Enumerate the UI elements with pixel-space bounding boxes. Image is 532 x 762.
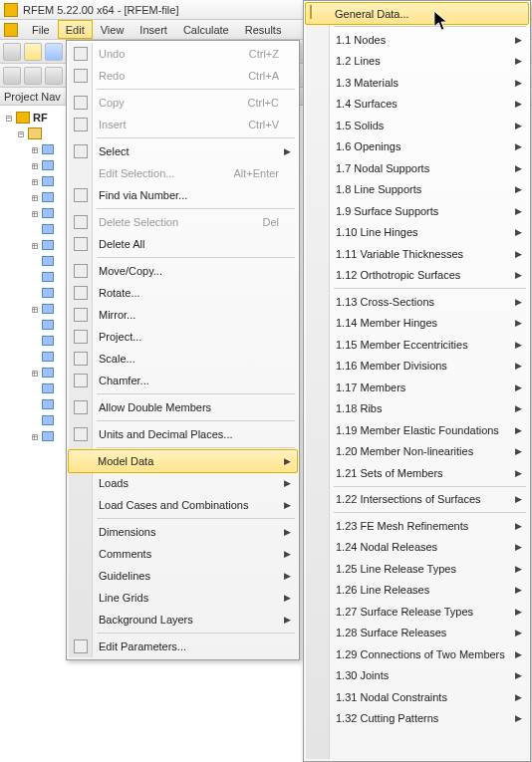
submenu-item-1-22-intersections-of-surfaces[interactable]: 1.22 Intersections of Surfaces▶ bbox=[306, 489, 528, 511]
new-button[interactable] bbox=[3, 43, 21, 61]
node-icon bbox=[42, 304, 54, 314]
submenu-arrow-icon: ▶ bbox=[515, 403, 522, 413]
submenu-item-1-5-solids[interactable]: 1.5 Solids▶ bbox=[306, 115, 528, 136]
menu-item-dimensions[interactable]: Dimensions▶ bbox=[69, 521, 297, 543]
undo-icon bbox=[73, 46, 89, 62]
menu-item-select[interactable]: Select▶ bbox=[69, 140, 297, 162]
menu-item-label: Select bbox=[99, 145, 130, 157]
rotate-icon bbox=[73, 285, 89, 301]
submenu-item-1-21-sets-of-members[interactable]: 1.21 Sets of Members▶ bbox=[306, 462, 528, 484]
submenu-item-1-13-cross-sections[interactable]: 1.13 Cross-Sections▶ bbox=[306, 291, 528, 313]
submenu-item-1-16-member-divisions[interactable]: 1.16 Member Divisions▶ bbox=[306, 356, 528, 378]
menu-item-load-cases-and-combinations[interactable]: Load Cases and Combinations▶ bbox=[69, 494, 297, 516]
menu-item-chamfer[interactable]: Chamfer... bbox=[69, 370, 297, 391]
submenu-item-1-8-line-supports[interactable]: 1.8 Line Supports▶ bbox=[306, 179, 528, 201]
menu-item-label: Find via Number... bbox=[99, 189, 187, 201]
menu-results[interactable]: Results bbox=[237, 20, 290, 39]
project-icon bbox=[73, 329, 89, 345]
submenu-item-1-20-member-non-linearities[interactable]: 1.20 Member Non-linearities▶ bbox=[306, 441, 528, 463]
menu-item-rotate[interactable]: Rotate... bbox=[69, 282, 297, 304]
menu-separator bbox=[334, 288, 526, 289]
menu-calculate[interactable]: Calculate bbox=[175, 20, 237, 39]
submenu-item-1-1-nodes[interactable]: 1.1 Nodes▶ bbox=[306, 29, 528, 51]
menu-item-edit-parameters[interactable]: Edit Parameters... bbox=[69, 635, 297, 657]
menu-separator bbox=[334, 486, 526, 487]
project-navigator-label: Project Nav bbox=[4, 91, 61, 103]
submenu-item-1-11-variable-thicknesses[interactable]: 1.11 Variable Thicknesses▶ bbox=[306, 243, 528, 265]
submenu-item-1-29-connections-of-two-members[interactable]: 1.29 Connections of Two Members▶ bbox=[306, 643, 528, 665]
submenu-item-1-3-materials[interactable]: 1.3 Materials▶ bbox=[306, 72, 528, 94]
submenu-item-1-26-line-releases[interactable]: 1.26 Line Releases▶ bbox=[306, 580, 528, 602]
tb-btn-b[interactable] bbox=[24, 67, 42, 85]
submenu-arrow-icon: ▶ bbox=[284, 571, 291, 581]
menu-separator bbox=[97, 137, 295, 138]
save-button[interactable] bbox=[45, 43, 63, 61]
menu-item-loads[interactable]: Loads▶ bbox=[69, 472, 297, 494]
menu-item-label: Allow Double Members bbox=[99, 401, 211, 413]
submenu-item-1-28-surface-releases[interactable]: 1.28 Surface Releases▶ bbox=[306, 623, 528, 644]
menu-insert[interactable]: Insert bbox=[132, 20, 175, 39]
menu-item-edit-selection: Edit Selection...Alt+Enter bbox=[69, 162, 297, 184]
node-icon bbox=[42, 431, 54, 441]
open-button[interactable] bbox=[24, 43, 42, 61]
submenu-arrow-icon: ▶ bbox=[515, 382, 522, 392]
menu-item-label: Chamfer... bbox=[99, 375, 149, 386]
tb-btn-c[interactable] bbox=[45, 67, 63, 85]
submenu-item-general-data[interactable]: General Data... bbox=[305, 2, 529, 25]
node-icon bbox=[42, 240, 54, 250]
menu-item-line-grids[interactable]: Line Grids▶ bbox=[69, 587, 297, 609]
submenu-arrow-icon: ▶ bbox=[515, 227, 522, 237]
submenu-arrow-icon: ▶ bbox=[515, 163, 522, 173]
menu-item-background-layers[interactable]: Background Layers▶ bbox=[69, 609, 297, 631]
submenu-item-1-18-ribs[interactable]: 1.18 Ribs▶ bbox=[306, 398, 528, 420]
menu-item-label: Dimensions bbox=[99, 526, 155, 538]
submenu-item-1-32-cutting-patterns[interactable]: 1.32 Cutting Patterns▶ bbox=[306, 708, 528, 730]
menu-item-undo: UndoCtrl+Z bbox=[69, 43, 297, 65]
submenu-item-1-31-nodal-constraints[interactable]: 1.31 Nodal Constraints▶ bbox=[306, 686, 528, 708]
menu-view[interactable]: View bbox=[93, 20, 133, 39]
menu-item-delete-all[interactable]: Delete All bbox=[69, 233, 297, 255]
menu-file[interactable]: File bbox=[24, 20, 58, 39]
node-icon bbox=[42, 160, 54, 170]
submenu-item-1-17-members[interactable]: 1.17 Members▶ bbox=[306, 377, 528, 398]
submenu-item-1-10-line-hinges[interactable]: 1.10 Line Hinges▶ bbox=[306, 222, 528, 244]
menu-item-label: Load Cases and Combinations bbox=[99, 499, 248, 511]
submenu-item-1-24-nodal-releases[interactable]: 1.24 Nodal Releases▶ bbox=[306, 537, 528, 559]
menu-item-guidelines[interactable]: Guidelines▶ bbox=[69, 565, 297, 587]
menu-item-scale[interactable]: Scale... bbox=[69, 348, 297, 370]
node-icon bbox=[42, 336, 54, 346]
submenu-item-1-19-member-elastic-foundations[interactable]: 1.19 Member Elastic Foundations▶ bbox=[306, 419, 528, 441]
submenu-item-1-27-surface-release-types[interactable]: 1.27 Surface Release Types▶ bbox=[306, 601, 528, 623]
submenu-item-label: 1.14 Member Hinges bbox=[336, 317, 437, 329]
menu-separator bbox=[97, 393, 295, 394]
submenu-item-label: 1.26 Line Releases bbox=[336, 584, 429, 596]
submenu-item-1-14-member-hinges[interactable]: 1.14 Member Hinges▶ bbox=[306, 313, 528, 335]
submenu-item-1-25-line-release-types[interactable]: 1.25 Line Release Types▶ bbox=[306, 558, 528, 580]
menu-item-project[interactable]: Project... bbox=[69, 326, 297, 348]
menu-item-units-and-decimal-places[interactable]: Units and Decimal Places... bbox=[69, 423, 297, 445]
app-menu-icon[interactable] bbox=[4, 23, 18, 37]
submenu-item-1-6-openings[interactable]: 1.6 Openings▶ bbox=[306, 136, 528, 158]
menu-item-label: Scale... bbox=[99, 353, 135, 365]
paste-icon bbox=[73, 117, 89, 132]
submenu-arrow-icon: ▶ bbox=[515, 607, 522, 617]
menu-item-comments[interactable]: Comments▶ bbox=[69, 543, 297, 565]
submenu-arrow-icon: ▶ bbox=[515, 318, 522, 328]
menu-item-find-via-number[interactable]: Find via Number... bbox=[69, 184, 297, 206]
menu-item-allow-double-members[interactable]: Allow Double Members bbox=[69, 396, 297, 418]
submenu-item-1-9-surface-supports[interactable]: 1.9 Surface Supports▶ bbox=[306, 200, 528, 222]
submenu-item-1-23-fe-mesh-refinements[interactable]: 1.23 FE Mesh Refinements▶ bbox=[306, 515, 528, 537]
menu-edit[interactable]: Edit bbox=[58, 20, 93, 39]
submenu-item-1-2-lines[interactable]: 1.2 Lines▶ bbox=[306, 51, 528, 73]
menu-item-mirror[interactable]: Mirror... bbox=[69, 304, 297, 326]
submenu-item-1-4-surfaces[interactable]: 1.4 Surfaces▶ bbox=[306, 94, 528, 116]
menu-item-model-data[interactable]: Model Data▶ bbox=[68, 449, 298, 473]
submenu-item-1-30-joints[interactable]: 1.30 Joints▶ bbox=[306, 665, 528, 687]
submenu-item-label: 1.18 Ribs bbox=[336, 402, 382, 414]
submenu-item-1-15-member-eccentricities[interactable]: 1.15 Member Eccentricities▶ bbox=[306, 334, 528, 356]
submenu-item-1-12-orthotropic-surfaces[interactable]: 1.12 Orthotropic Surfaces▶ bbox=[306, 265, 528, 287]
tb-btn-a[interactable] bbox=[3, 67, 21, 85]
menu-item-move-copy[interactable]: Move/Copy... bbox=[69, 260, 297, 282]
submenu-arrow-icon: ▶ bbox=[515, 670, 522, 680]
submenu-item-1-7-nodal-supports[interactable]: 1.7 Nodal Supports▶ bbox=[306, 157, 528, 179]
